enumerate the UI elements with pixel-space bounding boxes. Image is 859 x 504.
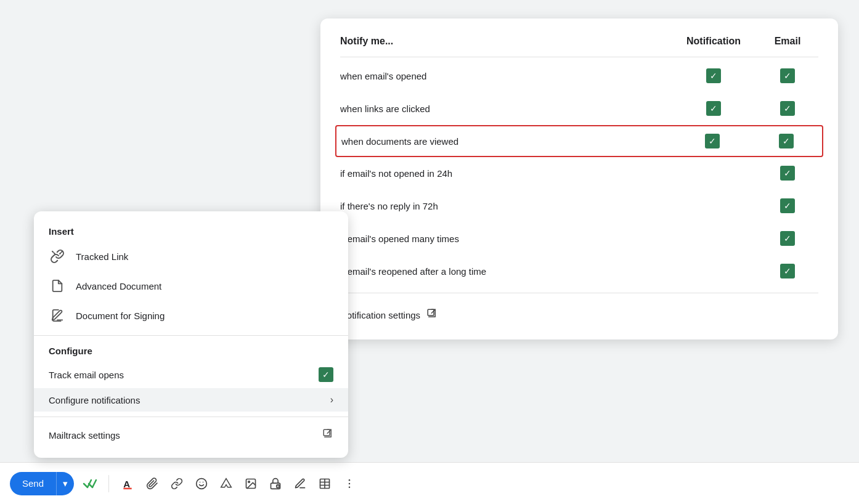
notify-divider bbox=[340, 293, 818, 293]
row-notif-email-opened[interactable]: ✓ bbox=[670, 68, 757, 83]
svg-text:A: A bbox=[123, 478, 130, 489]
checkbox-email-no-reply-72h[interactable]: ✓ bbox=[780, 198, 795, 213]
notify-row-not-opened-24h: if email's not opened in 24h ✓ bbox=[340, 157, 818, 190]
insert-section-title: Insert bbox=[34, 221, 348, 242]
menu-divider-2 bbox=[34, 417, 348, 417]
track-email-right: ✓ bbox=[319, 367, 333, 382]
left-menu: Insert Tracked Link Advanced Document bbox=[34, 211, 348, 458]
mailtrack-settings-label: Mailtrack settings bbox=[49, 430, 312, 441]
mailtrack-external-icon bbox=[322, 428, 333, 442]
checkbox-email-email-opened[interactable]: ✓ bbox=[780, 68, 795, 83]
row-email-email-opened[interactable]: ✓ bbox=[757, 68, 818, 83]
notify-col-notification: Notification bbox=[670, 36, 757, 47]
svg-point-7 bbox=[197, 478, 207, 489]
row-email-docs-viewed[interactable]: ✓ bbox=[755, 134, 817, 148]
attachment-icon[interactable] bbox=[141, 473, 163, 495]
menu-item-doc-signing[interactable]: Document for Signing bbox=[34, 301, 348, 330]
more-options-icon[interactable] bbox=[338, 473, 360, 495]
lock-timer-icon[interactable] bbox=[264, 473, 287, 495]
notify-col-title: Notify me... bbox=[340, 36, 670, 47]
configure-section-title: Configure bbox=[34, 341, 348, 361]
doc-signing-icon bbox=[49, 307, 66, 324]
notification-settings-label: Notification settings bbox=[340, 310, 420, 320]
send-arrow-icon[interactable]: ▾ bbox=[57, 472, 74, 495]
mailtrack-svg bbox=[81, 475, 99, 492]
advanced-doc-icon bbox=[49, 277, 66, 295]
row-label-not-opened-24h: if email's not opened in 24h bbox=[340, 168, 670, 179]
row-email-no-reply-72h[interactable]: ✓ bbox=[757, 198, 818, 213]
chevron-right-icon: › bbox=[330, 394, 333, 405]
checkbox-notif-links-clicked[interactable]: ✓ bbox=[706, 101, 721, 116]
checkbox-email-not-opened-24h[interactable]: ✓ bbox=[780, 166, 795, 181]
mailtrack-settings-right bbox=[322, 428, 333, 442]
table-icon[interactable] bbox=[314, 473, 336, 495]
track-email-checkbox[interactable]: ✓ bbox=[319, 367, 333, 382]
notify-header: Notify me... Notification Email bbox=[340, 36, 818, 57]
compose-toolbar: Send ▾ A bbox=[0, 462, 859, 504]
row-email-opened-many[interactable]: ✓ bbox=[757, 231, 818, 246]
svg-point-18 bbox=[349, 479, 351, 481]
checkbox-notif-email-opened[interactable]: ✓ bbox=[706, 68, 721, 83]
notify-row-opened-many: if email's opened many times ✓ bbox=[340, 222, 818, 255]
svg-point-11 bbox=[248, 481, 250, 482]
row-email-links-clicked[interactable]: ✓ bbox=[757, 101, 818, 116]
notify-col-email: Email bbox=[757, 36, 818, 47]
menu-item-tracked-link[interactable]: Tracked Link bbox=[34, 242, 348, 271]
row-label-email-opened: when email's opened bbox=[340, 71, 670, 81]
pencil-icon[interactable] bbox=[289, 473, 311, 495]
link-icon[interactable] bbox=[166, 473, 188, 495]
svg-line-2 bbox=[60, 251, 62, 254]
checkbox-email-links-clicked[interactable]: ✓ bbox=[780, 101, 795, 116]
send-button[interactable]: Send ▾ bbox=[10, 472, 74, 495]
row-label-reopened: if email's reopened after a long time bbox=[340, 266, 670, 277]
photo-icon[interactable] bbox=[240, 473, 262, 495]
checkbox-email-opened-many[interactable]: ✓ bbox=[780, 231, 795, 246]
row-notif-links-clicked[interactable]: ✓ bbox=[670, 101, 757, 116]
row-notif-docs-viewed[interactable]: ✓ bbox=[669, 134, 755, 148]
row-email-reopened[interactable]: ✓ bbox=[757, 264, 818, 278]
menu-item-advanced-doc[interactable]: Advanced Document bbox=[34, 271, 348, 301]
row-label-docs-viewed: when documents are viewed bbox=[341, 136, 669, 147]
configure-notif-right: › bbox=[330, 394, 333, 405]
doc-signing-label: Document for Signing bbox=[76, 311, 333, 321]
notify-row-docs-viewed: when documents are viewed ✓ ✓ bbox=[335, 125, 823, 157]
notify-row-links-clicked: when links are clicked ✓ ✓ bbox=[340, 92, 818, 125]
svg-rect-0 bbox=[428, 309, 434, 315]
configure-notif-label: Configure notifications bbox=[49, 395, 320, 405]
notify-row-no-reply-72h: if there's no reply in 72h ✓ bbox=[340, 190, 818, 222]
menu-item-track-email[interactable]: Track email opens ✓ bbox=[34, 361, 348, 388]
row-label-opened-many: if email's opened many times bbox=[340, 234, 670, 244]
menu-divider-1 bbox=[34, 335, 348, 336]
svg-rect-6 bbox=[123, 487, 131, 489]
row-label-links-clicked: when links are clicked bbox=[340, 104, 670, 114]
advanced-doc-label: Advanced Document bbox=[76, 281, 333, 291]
drive-icon[interactable] bbox=[215, 473, 237, 495]
tracked-link-icon bbox=[49, 248, 66, 265]
checkbox-notif-docs-viewed[interactable]: ✓ bbox=[705, 134, 720, 148]
menu-item-configure-notif[interactable]: Configure notifications › bbox=[34, 388, 348, 412]
external-link-icon bbox=[426, 308, 438, 322]
row-email-not-opened-24h[interactable]: ✓ bbox=[757, 166, 818, 181]
notify-row-reopened: if email's reopened after a long time ✓ bbox=[340, 255, 818, 288]
svg-point-20 bbox=[349, 486, 351, 488]
checkbox-email-docs-viewed[interactable]: ✓ bbox=[779, 134, 794, 148]
row-label-no-reply-72h: if there's no reply in 72h bbox=[340, 201, 670, 211]
svg-line-1 bbox=[52, 251, 55, 254]
menu-item-mailtrack-settings[interactable]: Mailtrack settings bbox=[34, 422, 348, 448]
send-label: Send bbox=[10, 472, 57, 495]
mailtrack-toolbar-icon[interactable] bbox=[79, 473, 101, 495]
notification-settings-link[interactable]: Notification settings bbox=[340, 298, 818, 322]
svg-rect-3 bbox=[324, 429, 330, 436]
tracked-link-label: Tracked Link bbox=[76, 251, 333, 262]
svg-point-19 bbox=[349, 482, 351, 484]
notify-row-email-opened: when email's opened ✓ ✓ bbox=[340, 60, 818, 92]
toolbar-divider bbox=[108, 475, 109, 492]
font-color-icon[interactable]: A bbox=[116, 473, 139, 495]
notification-panel: Notify me... Notification Email when ema… bbox=[320, 18, 838, 339]
checkbox-email-reopened[interactable]: ✓ bbox=[780, 264, 795, 278]
track-email-label: Track email opens bbox=[49, 370, 309, 380]
emoji-icon[interactable] bbox=[190, 473, 213, 495]
